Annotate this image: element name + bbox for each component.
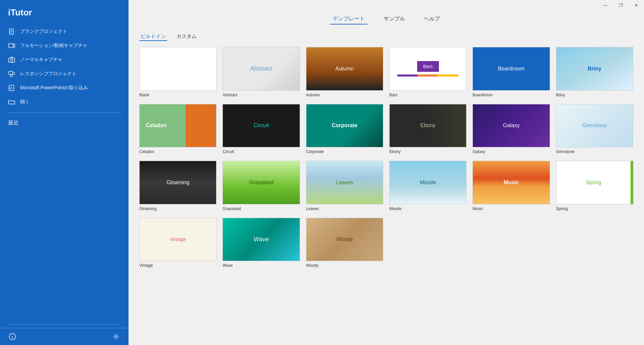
content-area: ビルトイン カスタム Blank Abstract Abstract Autum… [129, 27, 644, 345]
template-thumb-leaves: Leaves [306, 161, 383, 204]
sidebar-item-label: レスポンシブプロジェクト [20, 71, 77, 77]
restore-button[interactable]: ❐ [613, 0, 629, 11]
template-abstract[interactable]: Abstract Abstract [222, 47, 300, 97]
recent-label: 最近 [0, 116, 129, 130]
template-thumb-music: Music [473, 161, 550, 204]
template-grid: Blank Abstract Abstract Autumn Autumn Ba… [139, 47, 633, 268]
sidebar-item-blank-project[interactable]: ブランクプロジェクト [0, 24, 129, 39]
subtab-custom[interactable]: カスタム [175, 33, 198, 41]
template-label-leaves: Leaves [306, 206, 319, 211]
template-thumb-corporate: Corporate [306, 104, 383, 148]
minimize-button[interactable]: — [598, 0, 613, 11]
template-thumb-text-spring: Spring [586, 180, 601, 186]
template-music[interactable]: Music Music [473, 161, 550, 211]
template-label-woody: Woody [306, 263, 318, 268]
template-thumb-celadon: Celadon [139, 104, 216, 148]
template-thumb-text-missile: Missile [420, 180, 436, 186]
sidebar-item-open[interactable]: 開く [0, 95, 129, 109]
sidebar-item-powerpoint[interactable]: P Microsoft PowerPointの取り込み [0, 81, 129, 95]
template-label-celadon: Celadon [139, 149, 154, 154]
template-label-blank: Blank [139, 93, 149, 97]
template-label-autumn: Autumn [306, 93, 320, 97]
template-leaves[interactable]: Leaves Leaves [306, 161, 383, 211]
tab-templates[interactable]: テンプレート [330, 14, 367, 24]
template-thumb-autumn: Autumn [306, 47, 383, 91]
svg-point-7 [11, 59, 13, 62]
sidebar-item-label: Microsoft PowerPointの取り込み [20, 85, 88, 91]
template-spring[interactable]: Spring Spring [556, 161, 633, 211]
svg-text:i: i [12, 335, 13, 339]
template-grassland[interactable]: Grassland Grassland [222, 161, 300, 211]
close-button[interactable]: ✕ [629, 0, 644, 11]
template-label-gloaming: Gloaming [139, 206, 156, 211]
template-thumb-text-vintage: Vintage [170, 237, 186, 242]
tab-help[interactable]: ヘルプ [421, 14, 443, 24]
template-thumb-abstract: Abstract [222, 47, 300, 91]
template-label-abstract: Abstract [222, 93, 237, 97]
template-thumb-text-briny: Briny [588, 66, 601, 72]
template-thumb-circuit: Circuit [222, 104, 300, 148]
template-thumb-text-circuit: Circuit [254, 122, 269, 129]
nav-tabs: テンプレート サンプル ヘルプ [129, 11, 644, 27]
sidebar-item-label: ノーマルキャプチャ [20, 57, 62, 63]
template-thumb-bars: Bars [389, 47, 466, 91]
template-thumb-text-music: Music [504, 180, 519, 186]
template-galaxy[interactable]: Galaxy Galaxy [473, 104, 550, 154]
sidebar-item-responsive[interactable]: レスポンシブプロジェクト [0, 67, 129, 81]
template-circuit[interactable]: Circuit Circuit [222, 104, 300, 154]
template-thumb-missile: Missile [389, 161, 466, 204]
template-thumb-text-wave: Wave [254, 236, 269, 243]
sidebar-item-normal-capture[interactable]: ノーマルキャプチャ [0, 53, 129, 67]
template-label-circuit: Circuit [222, 149, 234, 154]
template-thumb-blank [139, 47, 216, 91]
main-area: — ❐ ✕ テンプレート サンプル ヘルプ ビルトイン カスタム Blank A… [129, 0, 644, 345]
template-thumb-text-galaxy: Galaxy [503, 122, 520, 129]
subtab-builtin[interactable]: ビルトイン [139, 33, 167, 41]
template-label-music: Music [473, 206, 483, 211]
sidebar-divider-1 [8, 112, 120, 113]
template-wave[interactable]: Wave Wave [222, 218, 300, 268]
template-vintage[interactable]: Vintage Vintage [139, 218, 216, 268]
template-thumb-text-woody: Woody [336, 236, 353, 242]
template-blank[interactable]: Blank [139, 47, 216, 97]
svg-rect-10 [10, 75, 12, 77]
template-briny[interactable]: Briny Briny [556, 47, 633, 97]
template-woody[interactable]: Woody Woody [306, 218, 383, 268]
sidebar-item-label: ブランクプロジェクト [20, 29, 67, 35]
template-thumb-text-celadon: Celadon [146, 122, 167, 129]
folder-icon [8, 98, 15, 106]
template-bars[interactable]: Bars Bars [389, 47, 466, 97]
template-thumb-wave: Wave [222, 218, 300, 261]
template-gemstone[interactable]: Gemstone Gemstone [556, 104, 633, 154]
template-boardroom[interactable]: Boardroom Boardroom [473, 47, 550, 97]
template-thumb-text-ebony: Ebony [420, 122, 435, 129]
sidebar-item-full-motion[interactable]: フルモーション/動画キャプチャ [0, 39, 129, 53]
template-thumb-text-leaves: Leaves [336, 180, 353, 186]
sidebar-item-label: フルモーション/動画キャプチャ [20, 43, 87, 49]
tab-samples[interactable]: サンプル [381, 14, 408, 24]
info-button[interactable]: i [8, 332, 17, 341]
template-autumn[interactable]: Autumn Autumn [306, 47, 383, 97]
sidebar-bottom: i [0, 328, 129, 345]
template-thumb-briny: Briny [556, 47, 633, 91]
template-thumb-bars-lines [397, 75, 459, 77]
template-corporate[interactable]: Corporate Corporate [306, 104, 383, 154]
template-label-galaxy: Galaxy [473, 149, 485, 154]
template-celadon[interactable]: Celadon Celadon [139, 104, 216, 154]
template-missile[interactable]: Missile Missile [389, 161, 466, 211]
sidebar-divider-2 [8, 324, 120, 325]
template-thumb-ebony: Ebony [389, 104, 466, 148]
template-label-bars: Bars [389, 93, 398, 97]
template-gloaming[interactable]: Gloaming Gloaming [139, 161, 216, 211]
template-thumb-grassland: Grassland [222, 161, 300, 204]
template-ebony[interactable]: Ebony Ebony [389, 104, 466, 154]
ppt-icon: P [8, 84, 15, 92]
template-thumb-text-bars: Bars [417, 61, 439, 72]
template-thumb-text-boardroom: Boardroom [498, 66, 525, 72]
template-thumb-gemstone: Gemstone [556, 104, 633, 148]
template-thumb-galaxy: Galaxy [473, 104, 550, 148]
template-label-spring: Spring [556, 206, 568, 211]
settings-button[interactable] [112, 332, 120, 341]
template-label-grassland: Grassland [222, 206, 241, 211]
template-label-missile: Missile [389, 206, 402, 211]
